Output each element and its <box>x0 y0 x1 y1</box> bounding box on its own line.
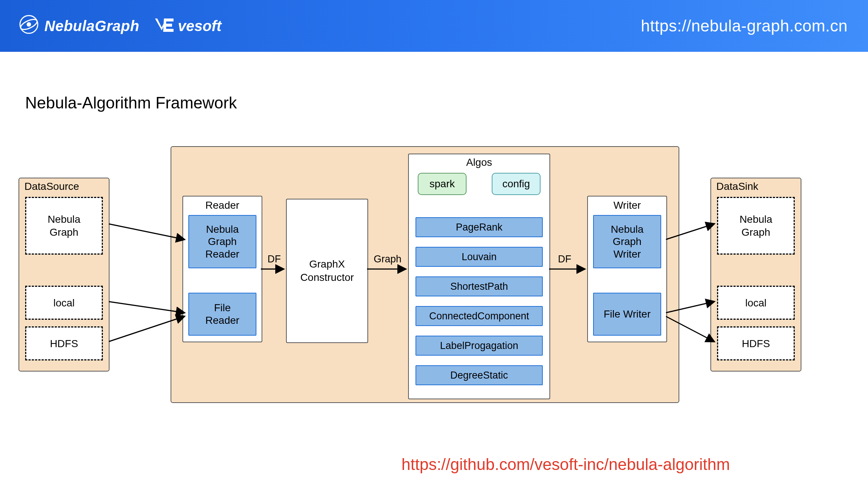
label-algos: Algos <box>466 157 492 168</box>
algo-connectedcomponent: ConnectedComponent <box>416 306 543 326</box>
nebula-icon <box>18 14 39 38</box>
src-local: local <box>25 286 103 320</box>
logos: NebulaGraph vesoft <box>18 14 221 38</box>
edge-label-df2: DF <box>558 253 571 265</box>
nebula-wordmark: NebulaGraph <box>44 18 139 34</box>
label-reader: Reader <box>205 199 239 211</box>
writer-file: File Writer <box>593 293 661 336</box>
panel-main: Reader NebulaGraphReader FileReader Grap… <box>171 146 679 403</box>
vesoft-icon <box>154 17 174 35</box>
slide-header: NebulaGraph vesoft https://nebula-graph.… <box>0 0 868 52</box>
box-writer: Writer NebulaGraphWriter File Writer <box>587 196 667 342</box>
algos-param-spark: spark <box>418 173 467 195</box>
edge-label-graph: Graph <box>374 253 401 265</box>
sink-hdfs: HDFS <box>717 326 795 360</box>
reader-file: FileReader <box>188 293 256 336</box>
vesoft-logo: vesoft <box>154 17 222 35</box>
label-graphx: GraphXConstructor <box>300 258 354 285</box>
reader-nebula: NebulaGraphReader <box>188 215 256 268</box>
nebulagraph-logo: NebulaGraph <box>18 14 139 38</box>
panel-datasource: DataSource NebulaGraph local HDFS <box>18 178 110 372</box>
algos-param-config: config <box>492 173 541 195</box>
algo-louvain: Louvain <box>416 247 543 267</box>
svg-point-2 <box>27 22 31 27</box>
algo-labelpropagation: LabelProgagation <box>416 336 543 356</box>
edge-label-df1: DF <box>268 253 281 265</box>
src-hdfs: HDFS <box>25 326 103 360</box>
algo-shortestpath: ShortestPath <box>416 276 543 296</box>
box-graphx: GraphXConstructor <box>286 199 368 343</box>
panel-datasink: DataSink NebulaGraph local HDFS <box>710 178 801 372</box>
vesoft-wordmark: vesoft <box>178 18 222 34</box>
label-datasink: DataSink <box>716 181 758 192</box>
sink-local: local <box>717 286 795 320</box>
algo-degreestatic: DegreeStatic <box>416 365 543 385</box>
label-writer: Writer <box>613 199 641 211</box>
box-reader: Reader NebulaGraphReader FileReader <box>182 196 262 342</box>
diagram-canvas: DataSource NebulaGraph local HDFS Reader… <box>18 146 850 402</box>
github-url: https://github.com/vesoft-inc/nebula-alg… <box>401 455 730 474</box>
algo-pagerank: PageRank <box>416 217 543 237</box>
header-url: https://nebula-graph.com.cn <box>641 17 848 35</box>
label-datasource: DataSource <box>24 181 79 192</box>
sink-nebula: NebulaGraph <box>717 197 795 255</box>
src-nebula: NebulaGraph <box>25 197 103 255</box>
box-algos: Algos spark config PageRank Louvain Shor… <box>408 154 550 399</box>
slide-title: Nebula-Algorithm Framework <box>25 94 237 112</box>
writer-nebula: NebulaGraphWriter <box>593 215 661 268</box>
